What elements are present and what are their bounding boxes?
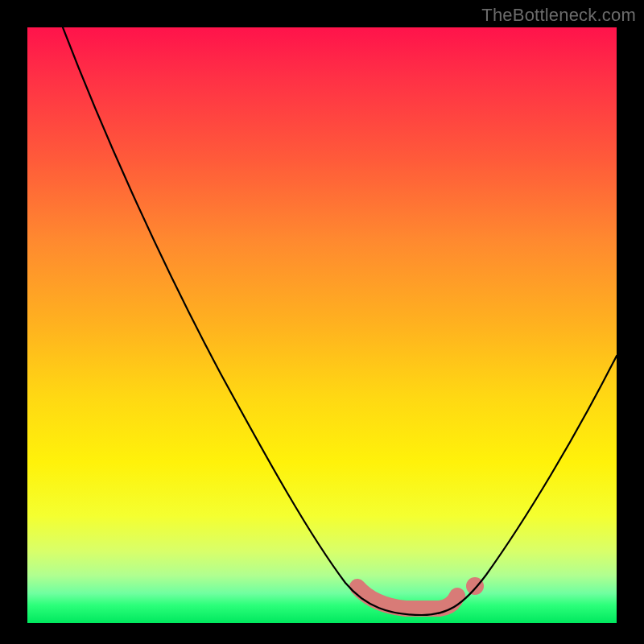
attribution-text: TheBottleneck.com <box>481 5 636 26</box>
optimal-valley-end-dot <box>466 577 484 595</box>
chart-frame: TheBottleneck.com <box>0 0 644 644</box>
curve-layer <box>27 27 617 623</box>
plot-area <box>27 27 617 623</box>
bottleneck-curve <box>63 27 617 615</box>
